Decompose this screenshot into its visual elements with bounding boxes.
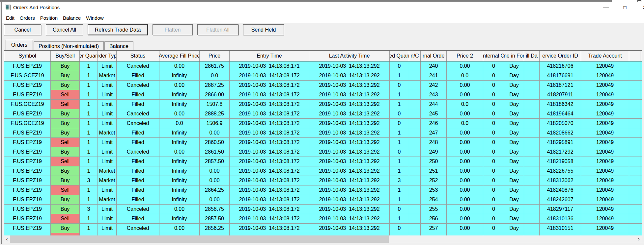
- table-row[interactable]: F.US.EPZ19Sell1LimitFilledInfinity2857.5…: [4, 157, 642, 166]
- table-row[interactable]: F.US.EPZ19Buy1LimitCanceled0.002861.5020…: [4, 147, 642, 157]
- send-held-button[interactable]: Send Held: [243, 24, 284, 35]
- table-row[interactable]: F.US.GCEZ19Sell1LimitFilledInfinity1507.…: [4, 100, 642, 109]
- cell-open_close: [409, 214, 421, 223]
- table-row[interactable]: F.US.EPZ19Buy1LimitCanceled0.002856.2520…: [4, 224, 642, 233]
- column-header-entry_time[interactable]: Entry Time: [230, 51, 309, 61]
- column-header-price_2[interactable]: Price 2: [447, 51, 483, 61]
- table-row[interactable]: F.US.EPZ19Buy3MarketFilledInfinity0.0020…: [4, 176, 642, 185]
- cancel-all-button[interactable]: Cancel All: [46, 24, 83, 35]
- cell-order_type: Limit: [98, 90, 117, 99]
- cell-fill_date: [524, 166, 540, 176]
- column-header-price[interactable]: Price: [200, 51, 230, 61]
- menu-item-position[interactable]: Position: [39, 13, 61, 23]
- cell-buy_sell: Buy: [51, 119, 80, 128]
- scrollbar-thumb[interactable]: [10, 235, 389, 243]
- cell-time_in_force: Day: [504, 128, 524, 137]
- cell-avg_fill_price: 0.00: [159, 147, 200, 157]
- cell-entry_time: 2019-10-03 14:13:08.172: [230, 138, 309, 147]
- column-header-internal_c[interactable]: nternal C: [483, 51, 504, 61]
- tab-orders[interactable]: Orders: [6, 40, 33, 50]
- table-row[interactable]: F.US.EPZ19Sell1LimitFilledInfinity2866.0…: [4, 90, 642, 100]
- table-row[interactable]: F.US.EPZ19Buy1LimitCanceled0.002887.2520…: [4, 81, 642, 90]
- column-header-open_close[interactable]: n/C: [409, 51, 421, 61]
- cell-status: Canceled: [117, 147, 159, 157]
- table-row[interactable]: F.US.EPZ19Buy1LimitCanceled0.002888.2520…: [4, 109, 642, 119]
- cell-trade_account: 120049: [581, 109, 629, 118]
- table-row[interactable]: F.US.EPZ19Sell1LimitFilledInfinity2864.2…: [4, 185, 642, 195]
- table-row[interactable]: F.US.EPZ19Sell1LimitFilledInfinity2860.5…: [4, 138, 642, 147]
- column-header-symbol[interactable]: Symbol: [4, 51, 51, 61]
- cell-time_in_force: Day: [504, 176, 524, 185]
- table-row[interactable]: F.US.EPZ19Sell1LimitFilledInfinity2857.5…: [4, 214, 642, 224]
- cell-internal_c: 0: [483, 185, 504, 195]
- column-header-time_in_force[interactable]: ne in For: [504, 51, 524, 61]
- column-header-filled_qty[interactable]: ed Quan: [390, 51, 409, 61]
- cell-entry_time: 2019-10-03 14:13:08.172: [230, 185, 309, 195]
- cancel-button[interactable]: Cancel: [4, 24, 41, 35]
- cell-trade_account: 120049: [581, 185, 629, 195]
- cell-order_type: Limit: [98, 119, 117, 128]
- cell-status: Filled: [117, 214, 159, 223]
- menu-item-edit[interactable]: Edit: [4, 13, 18, 23]
- cell-buy_sell: Buy: [51, 147, 80, 157]
- cell-price: 0.0: [200, 71, 230, 80]
- flatten-all-button: Flatten All: [197, 24, 238, 35]
- cell-price_2: 0.00: [447, 157, 483, 166]
- cell-last_activity_time: 2019-10-03 14:13:13.292: [309, 119, 390, 128]
- column-header-status[interactable]: Status: [117, 51, 159, 61]
- cell-order_type: Market: [98, 128, 117, 137]
- cell-fill_date: [524, 157, 540, 166]
- scroll-right-arrow-icon[interactable]: ›: [636, 235, 642, 243]
- refresh-trade-data-button[interactable]: Refresh Trade Data: [88, 24, 148, 35]
- table-row[interactable]: F.US.EPZ19Buy1MarketFilledInfinity0.0020…: [4, 128, 642, 138]
- cell-filled_qty: 1: [390, 195, 409, 204]
- cell-open_close: [409, 119, 421, 128]
- close-button[interactable]: ✕: [639, 2, 644, 13]
- cell-order_type: Market: [98, 71, 117, 80]
- cell-last_activity_time: 2019-10-03 14:13:13.292: [309, 205, 390, 214]
- menu-item-balance[interactable]: Balance: [61, 13, 84, 23]
- column-header-order_qty[interactable]: er Quan: [80, 51, 98, 61]
- table-row[interactable]: F.US.EPZ19Buy1MarketFilledInfinity0.0020…: [4, 166, 642, 176]
- maximize-button[interactable]: □: [619, 2, 631, 13]
- cell-trade_account: 120049: [581, 128, 629, 137]
- horizontal-scrollbar[interactable]: ‹ ›: [4, 235, 642, 243]
- scroll-left-arrow-icon[interactable]: ‹: [4, 235, 10, 243]
- minimize-button[interactable]: —: [600, 2, 612, 13]
- cell-avg_fill_price: Infinity: [159, 71, 200, 80]
- table-row[interactable]: F.US.GCEZ19Buy1LimitCanceled0.01506.9201…: [4, 119, 642, 128]
- cell-last_activity_time: 2019-10-03 14:13:13.292: [309, 195, 390, 204]
- cell-trade_account: 120049: [581, 166, 629, 176]
- cell-service_order_id: 418297117: [540, 205, 581, 214]
- column-header-buy_sell[interactable]: Buy/Sell: [51, 51, 80, 61]
- table-row[interactable]: F.US.EPZ19Buy1LimitCanceled0.002861.7520…: [4, 61, 642, 71]
- cell-symbol: F.US.EPZ19: [4, 81, 51, 90]
- column-header-last_activity_time[interactable]: Last Activity Time: [309, 51, 390, 61]
- column-header-service_order_id[interactable]: ervice Order ID: [540, 51, 581, 61]
- column-header-spacer[interactable]: [629, 51, 640, 61]
- cell-symbol: F.US.EPZ19: [4, 90, 51, 99]
- column-header-order_type[interactable]: rder Typ: [98, 51, 117, 61]
- title-bar[interactable]: Orders And Positions — □ ✕: [2, 2, 644, 13]
- cell-price: 2857.50: [200, 157, 230, 166]
- cell-spacer: [629, 90, 640, 99]
- cell-symbol: F.US.EPZ19: [4, 138, 51, 147]
- cell-trade_account: 120049: [581, 81, 629, 90]
- table-row[interactable]: F.US.EPZ19Buy1MarketFilledInfinity0.0020…: [4, 195, 642, 205]
- cell-filled_qty: 0: [390, 147, 409, 157]
- column-header-trade_account[interactable]: Trade Account: [581, 51, 629, 61]
- tab-balance[interactable]: Balance: [104, 41, 133, 50]
- cell-internal_order: 243: [421, 90, 447, 99]
- table-row[interactable]: F.US.GCEZ19Buy1MarketFilledInfinity0.020…: [4, 71, 642, 81]
- tab-positions-non-simulated[interactable]: Positions (Non-simulated): [34, 41, 104, 50]
- table-row[interactable]: F.US.EPZ19Buy3LimitCanceled0.002858.7520…: [4, 205, 642, 214]
- menu-item-orders[interactable]: Orders: [18, 13, 39, 23]
- cell-open_close: [409, 176, 421, 185]
- column-header-internal_order[interactable]: rnal Orde: [421, 51, 447, 61]
- column-header-fill_date[interactable]: ill Da: [524, 51, 540, 61]
- cell-spacer: [629, 224, 640, 233]
- menu-item-window[interactable]: Window: [84, 13, 107, 23]
- cell-fill_date: [524, 71, 540, 80]
- cell-price_2: 0.00: [447, 147, 483, 157]
- column-header-avg_fill_price[interactable]: Average Fill Price: [159, 51, 200, 61]
